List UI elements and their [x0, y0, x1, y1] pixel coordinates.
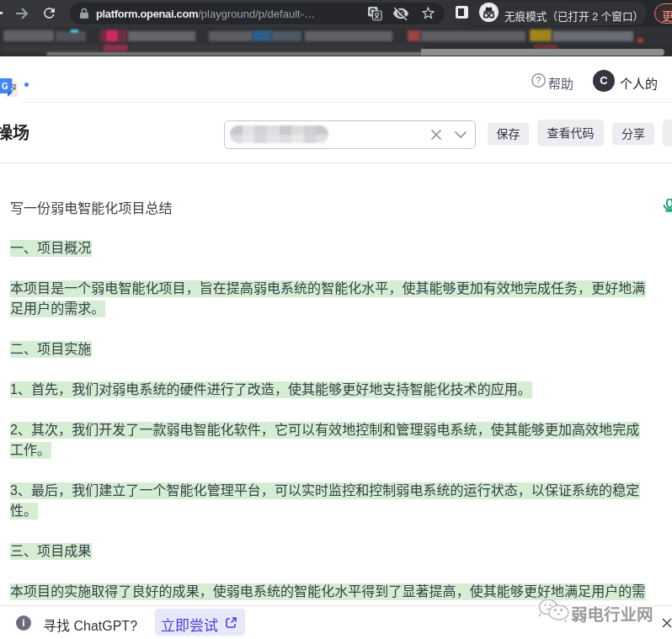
svg-text:弱电行业网: 弱电行业网: [571, 605, 653, 624]
svg-text:?: ?: [536, 75, 541, 85]
